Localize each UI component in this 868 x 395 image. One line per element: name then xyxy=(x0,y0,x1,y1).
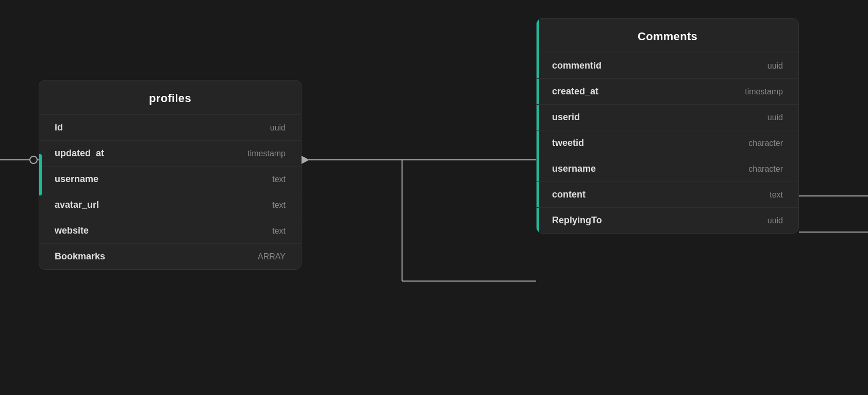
table-row: ReplyingTo uuid xyxy=(537,208,798,233)
field-type: timestamp xyxy=(745,87,783,96)
field-name: ReplyingTo xyxy=(552,215,602,226)
field-type: timestamp xyxy=(247,149,286,158)
table-row: username character xyxy=(537,156,798,182)
field-type: character xyxy=(748,139,783,148)
field-type: text xyxy=(272,201,286,210)
field-name: commentid xyxy=(552,60,602,71)
profiles-green-accent xyxy=(39,154,42,195)
field-type: text xyxy=(272,175,286,184)
field-type: text xyxy=(272,226,286,236)
comments-table-body: commentid uuid created_at timestamp user… xyxy=(537,53,798,233)
field-name: content xyxy=(552,189,586,200)
table-row: username text xyxy=(39,167,301,192)
field-name: id xyxy=(55,122,63,133)
field-name: tweetid xyxy=(552,138,584,149)
field-name: avatar_url xyxy=(55,200,99,210)
field-type: character xyxy=(748,164,783,174)
canvas: profiles id uuid updated_at timestamp us… xyxy=(0,0,868,395)
table-row: commentid uuid xyxy=(537,53,798,79)
svg-point-1 xyxy=(30,156,37,163)
profiles-table-body: id uuid updated_at timestamp username te… xyxy=(39,115,301,269)
field-name: Bookmarks xyxy=(55,251,105,262)
table-row: created_at timestamp xyxy=(537,79,798,105)
table-row: userid uuid xyxy=(537,105,798,130)
profiles-table-header: profiles xyxy=(39,80,301,115)
table-row: Bookmarks ARRAY xyxy=(39,244,301,269)
field-type: uuid xyxy=(270,123,286,133)
table-row: id uuid xyxy=(39,115,301,141)
profiles-table: profiles id uuid updated_at timestamp us… xyxy=(39,80,302,270)
comments-title: Comments xyxy=(552,30,783,43)
table-row: updated_at timestamp xyxy=(39,141,301,167)
comments-table-header: Comments xyxy=(537,19,798,53)
field-type: uuid xyxy=(767,216,783,225)
comments-table: Comments commentid uuid created_at times… xyxy=(536,18,799,234)
svg-marker-3 xyxy=(302,156,309,164)
table-row: tweetid character xyxy=(537,130,798,156)
field-type: text xyxy=(770,190,783,200)
field-type: uuid xyxy=(767,113,783,122)
table-row: content text xyxy=(537,182,798,208)
field-type: uuid xyxy=(767,61,783,71)
field-name: username xyxy=(55,174,98,185)
table-row: avatar_url text xyxy=(39,192,301,218)
table-row: website text xyxy=(39,218,301,244)
field-name: updated_at xyxy=(55,148,104,159)
profiles-title: profiles xyxy=(55,92,286,105)
field-type: ARRAY xyxy=(258,252,286,261)
field-name: website xyxy=(55,225,89,236)
field-name: created_at xyxy=(552,86,598,97)
field-name: userid xyxy=(552,112,580,123)
field-name: username xyxy=(552,163,596,174)
